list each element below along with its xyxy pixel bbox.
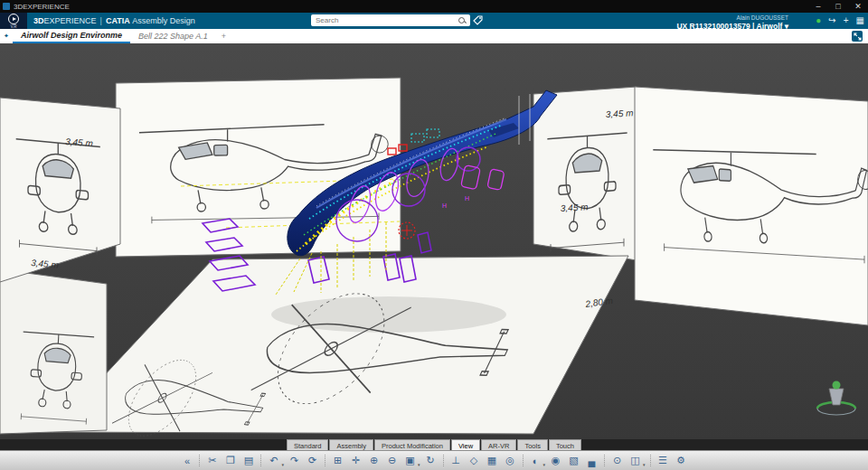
maximize-button[interactable]: □ <box>828 0 848 13</box>
blueprint-plane-right-side <box>635 87 868 325</box>
toolbar-separator <box>199 455 200 466</box>
render-style-icon[interactable]: ◐ <box>528 453 543 468</box>
minimize-button[interactable]: – <box>808 0 828 13</box>
app-icon <box>3 3 10 10</box>
tab-flag-icon: ✦ <box>0 29 13 43</box>
close-button[interactable]: ✕ <box>848 0 868 13</box>
sketch-annotation: H <box>442 202 447 209</box>
blueprint-plane-floor: 2,80 m 12,80 m <box>42 256 628 439</box>
header-icons: ● ↪ + ▦ <box>816 16 864 25</box>
blueprint-plane-right-front: 3,45 m 3,45 m <box>533 87 637 260</box>
dropdown-caret-icon[interactable]: ▾ <box>418 462 420 470</box>
user-name: Alain DUGOUSSET <box>676 14 788 22</box>
multi-view-icon[interactable]: ▦ <box>485 453 500 468</box>
hide-show-icon[interactable]: ◉ <box>548 453 563 468</box>
app-bold: CATIA <box>106 16 130 25</box>
zoom-out-icon[interactable]: ⊖ <box>384 453 400 468</box>
magnifier-icon[interactable]: ⊙ <box>609 453 625 468</box>
iso-view-icon[interactable]: ◇ <box>467 453 482 468</box>
fullscreen-button[interactable] <box>852 31 863 42</box>
undo-icon[interactable]: ↶ <box>266 453 281 468</box>
dimension-label: 3,45 m <box>65 136 93 148</box>
dropdown-caret-icon[interactable]: ▾ <box>643 462 646 470</box>
normal-view-icon[interactable]: ⊥ <box>448 453 464 468</box>
header-bar: V.R 3DEXPERIENCE|CATIA Assembly Design A… <box>0 13 868 29</box>
expand-arrows-icon <box>854 33 862 41</box>
rotate-icon[interactable]: ↻ <box>423 453 439 468</box>
dropdown-caret-icon[interactable]: ▾ <box>543 462 546 470</box>
collapse-toolbar-icon[interactable]: « <box>179 453 194 468</box>
3dexperience-window: 3DEXPERIENCE – □ ✕ V.R 3DEXPERIENCE|CATI… <box>0 0 868 470</box>
compass-logo[interactable]: V.R <box>0 13 27 29</box>
logo-caption: V.R <box>10 25 16 29</box>
brand-rest: EXPERIENCE <box>44 16 97 25</box>
tag-icon <box>473 15 483 25</box>
capture-icon[interactable]: ◫ <box>627 453 643 468</box>
brand-divider: | <box>100 16 102 25</box>
search-input[interactable] <box>314 15 458 25</box>
brand-bold: 3D <box>33 16 44 25</box>
apps-icon[interactable]: ▦ <box>856 16 864 25</box>
toolbar-separator <box>604 455 605 466</box>
toolbar-separator <box>443 455 444 466</box>
toolbar-separator <box>325 455 326 466</box>
redo-icon[interactable]: ↷ <box>287 453 302 468</box>
sketch-annotation: H <box>465 195 469 202</box>
toolbar-separator <box>650 455 651 466</box>
document-tabbar: ✦ Airwolf Design Environme Bell 222 Shap… <box>0 29 868 44</box>
toolbar-separator <box>260 455 261 466</box>
search-icon[interactable] <box>458 17 466 24</box>
cut-icon[interactable]: ✂ <box>204 453 220 468</box>
tab-airwolf-design-environment[interactable]: Airwolf Design Environme <box>13 29 130 43</box>
pan-icon[interactable]: ✛ <box>348 453 363 468</box>
settings-icon[interactable]: ⚙ <box>674 453 689 468</box>
zoom-in-icon[interactable]: ⊕ <box>366 453 382 468</box>
action-toolbar: « ✂ ❐ ▤ ↶ ▾ ↷ ⟳ ⊞ ✛ ⊕ ⊖ ▣ ▾ ↻ ⊥ ◇ ▦ ◎ ◐ … <box>0 450 868 470</box>
share-icon[interactable]: ↪ <box>828 16 835 25</box>
brand-text: 3DEXPERIENCE|CATIA Assembly Design <box>33 16 195 25</box>
viewport-3d[interactable]: 3,45 m 3,45 m 2,80 m 12,80 m <box>0 43 868 439</box>
layers-icon[interactable]: ▧ <box>566 453 581 468</box>
compass-icon <box>8 14 19 24</box>
fit-all-icon[interactable]: ▣ <box>402 453 418 468</box>
viewport-canvas[interactable]: 3,45 m 3,45 m 2,80 m 12,80 m <box>0 43 868 439</box>
blueprint-plane-left-side <box>116 78 401 257</box>
blueprint-plane-bottom-left <box>0 269 107 434</box>
status-online-icon[interactable]: ● <box>816 16 821 25</box>
dimension-label: 3,45 m <box>561 202 589 213</box>
view-compass-gizmo[interactable] <box>817 381 855 416</box>
paste-icon[interactable]: ▤ <box>241 453 256 468</box>
blueprint-plane-left-front: 3,45 m 3,45 m <box>0 98 120 282</box>
tree-icon[interactable]: ☰ <box>656 453 671 468</box>
ground-icon[interactable]: ▄ <box>584 453 599 468</box>
window-titlebar: 3DEXPERIENCE – □ ✕ <box>0 0 868 13</box>
look-at-icon[interactable]: ◎ <box>503 453 518 468</box>
search-box[interactable] <box>311 14 470 26</box>
dimension-label: 3,45 m <box>606 108 634 119</box>
update-icon[interactable]: ⟳ <box>305 453 320 468</box>
app-name: Assembly Design <box>132 16 195 25</box>
copy-icon[interactable]: ❐ <box>222 453 238 468</box>
add-icon[interactable]: + <box>844 16 849 25</box>
user-context-dropdown[interactable]: Alain DUGOUSSET UX R1132100013579 | Airw… <box>676 13 788 30</box>
window-title: 3DEXPERIENCE <box>14 3 70 11</box>
toolbar-separator <box>523 455 524 466</box>
zoom-area-icon[interactable]: ⊞ <box>330 453 345 468</box>
tab-bell-222-shape[interactable]: Bell 222 Shape A.1 <box>130 29 216 43</box>
tag-button[interactable] <box>471 14 484 26</box>
add-tab-button[interactable]: + <box>216 29 231 43</box>
dropdown-caret-icon[interactable]: ▾ <box>281 462 284 470</box>
